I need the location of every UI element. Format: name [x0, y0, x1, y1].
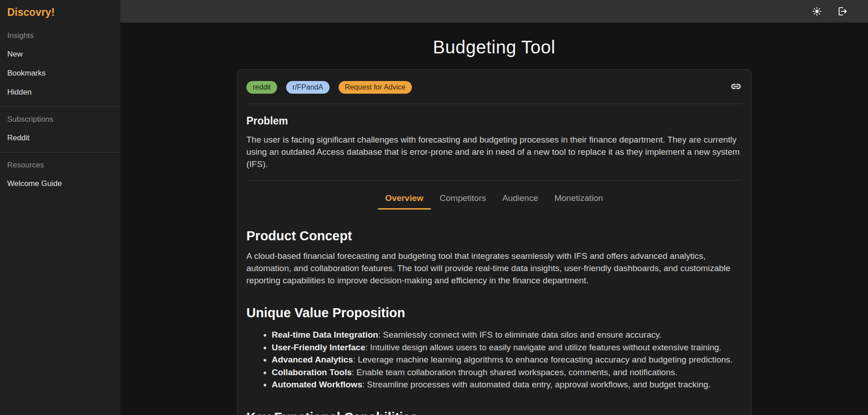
- uvp-term: Automated Workflows: [272, 380, 362, 389]
- sun-icon: [812, 6, 822, 16]
- uvp-term: Advanced Analytics: [272, 355, 353, 364]
- sidebar-item-hidden[interactable]: Hidden: [0, 83, 120, 102]
- main-area: Budgeting Tool reddit r/FPandA Request f…: [120, 0, 868, 415]
- product-concept-heading: Product Concept: [246, 229, 742, 243]
- topbar: [120, 0, 868, 23]
- sidebar: Discovry! Insights New Bookmarks Hidden …: [0, 0, 120, 415]
- uvp-term: Real-time Data Integration: [272, 330, 378, 339]
- list-item: Collaboration Tools: Enable team collabo…: [272, 366, 742, 379]
- logout-button[interactable]: [836, 5, 848, 17]
- divider: [246, 180, 742, 181]
- tab-competitors[interactable]: Competitors: [433, 187, 493, 210]
- tag-category: Request for Advice: [339, 81, 412, 94]
- list-item: Automated Workflows: Streamline processe…: [272, 378, 742, 391]
- uvp-heading: Unique Value Proposition: [246, 305, 742, 320]
- app-root: Discovry! Insights New Bookmarks Hidden …: [0, 0, 868, 415]
- uvp-desc: : Leverage machine learning algorithms t…: [353, 355, 733, 364]
- link-icon: [730, 81, 742, 94]
- logout-icon: [837, 6, 848, 17]
- tab-audience[interactable]: Audience: [495, 187, 545, 210]
- sidebar-section-insights: Insights: [0, 23, 120, 45]
- list-item: Advanced Analytics: Leverage machine lea…: [272, 353, 742, 366]
- uvp-term: User-Friendly Interface: [272, 343, 365, 352]
- app-logo[interactable]: Discovry!: [0, 0, 120, 23]
- uvp-list: Real-time Data Integration: Seamlessly c…: [246, 329, 742, 391]
- list-item: User-Friendly Interface: Intuitive desig…: [272, 341, 742, 354]
- sidebar-item-reddit[interactable]: Reddit: [0, 129, 120, 148]
- sidebar-item-bookmarks[interactable]: Bookmarks: [0, 64, 120, 83]
- content-area: Budgeting Tool reddit r/FPandA Request f…: [120, 23, 868, 415]
- uvp-desc: : Seamlessly connect with IFS to elimina…: [378, 330, 661, 339]
- product-concept-text: A cloud-based financial forecasting and …: [246, 250, 742, 286]
- tab-monetization[interactable]: Monetization: [547, 187, 610, 210]
- tag-subreddit: r/FPandA: [286, 81, 330, 94]
- uvp-desc: : Enable team collaboration through shar…: [352, 367, 677, 377]
- capabilities-heading: Key Functional Capabilities: [246, 410, 742, 415]
- insight-card: reddit r/FPandA Request for Advice: [237, 69, 751, 415]
- tab-overview[interactable]: Overview: [378, 187, 431, 210]
- theme-toggle-button[interactable]: [811, 5, 823, 17]
- sidebar-item-welcome-guide[interactable]: Welcome Guide: [0, 174, 120, 193]
- divider: [246, 104, 742, 104]
- tab-bar: Overview Competitors Audience Monetizati…: [246, 187, 742, 210]
- uvp-term: Collaboration Tools: [272, 367, 352, 377]
- uvp-desc: : Intuitive design allows users to easil…: [365, 343, 722, 352]
- uvp-desc: : Streamline processes with automated da…: [362, 380, 711, 389]
- page-title: Budgeting Tool: [120, 37, 868, 57]
- problem-heading: Problem: [246, 115, 742, 127]
- list-item: Real-time Data Integration: Seamlessly c…: [272, 329, 742, 341]
- sidebar-section-resources: Resources: [0, 153, 120, 174]
- tag-reddit: reddit: [246, 81, 277, 94]
- sidebar-item-new[interactable]: New: [0, 45, 120, 64]
- source-link-button[interactable]: [730, 81, 742, 94]
- tags-row: reddit r/FPandA Request for Advice: [246, 81, 742, 94]
- problem-text: The user is facing significant challenge…: [246, 134, 742, 170]
- sidebar-section-subscriptions: Subscriptions: [0, 107, 120, 129]
